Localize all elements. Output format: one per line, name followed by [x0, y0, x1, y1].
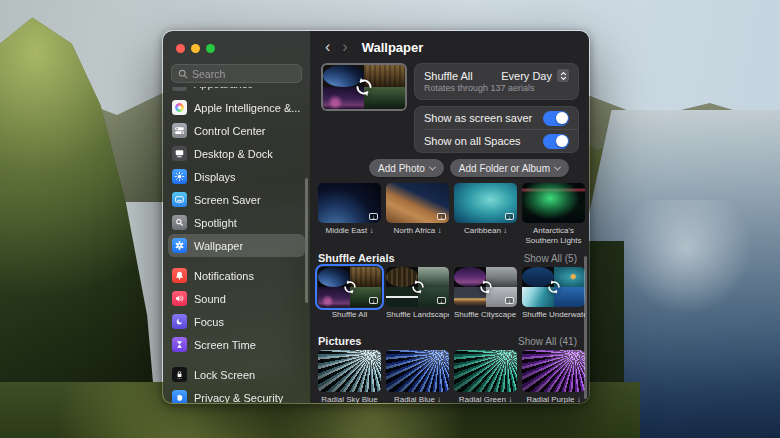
- screen-saver-label: Show as screen saver: [424, 112, 532, 124]
- sidebar-item-desktop-dock[interactable]: Desktop & Dock: [168, 142, 305, 165]
- sidebar-item-label: Appearance: [194, 87, 253, 90]
- sidebar-item-focus[interactable]: Focus: [168, 310, 305, 333]
- section-title: Pictures: [318, 335, 361, 347]
- shuffle-aerials-labels: Shuffle All Shuffle Landscape Shuffle Ci…: [318, 310, 589, 320]
- chevron-down-icon: [429, 163, 436, 170]
- shuffle-title: Shuffle All: [424, 70, 473, 82]
- sidebar-item-apple-intelligence[interactable]: Apple Intelligence &...: [168, 96, 305, 119]
- add-photo-button[interactable]: Add Photo: [369, 159, 444, 177]
- sidebar-item-wallpaper[interactable]: Wallpaper: [168, 234, 305, 257]
- current-wallpaper-preview[interactable]: [321, 63, 407, 111]
- sidebar-item-appearance[interactable]: Appearance: [168, 87, 305, 96]
- section-title: Shuffle Aerials: [318, 252, 395, 264]
- download-badge-icon: ↓: [505, 213, 514, 220]
- thumb-shuffle-cityscape[interactable]: ↓: [454, 267, 517, 307]
- lock-screen-icon: [172, 367, 187, 382]
- thumb-caribbean[interactable]: ↓: [454, 183, 517, 223]
- all-spaces-toggle[interactable]: [543, 134, 569, 149]
- shuffle-icon: [354, 77, 374, 97]
- screen-time-icon: [172, 337, 187, 352]
- add-actions: Add Photo Add Folder or Album: [311, 153, 589, 177]
- all-spaces-label: Show on all Spaces: [424, 135, 521, 147]
- close-button[interactable]: [176, 44, 185, 53]
- sidebar-item-spotlight[interactable]: Spotlight: [168, 211, 305, 234]
- sidebar-item-label: Sound: [194, 293, 226, 305]
- thumb-radial-purple[interactable]: [522, 350, 585, 392]
- sidebar-item-screen-time[interactable]: Screen Time: [168, 333, 305, 356]
- shuffle-icon: [342, 280, 357, 295]
- wallpaper-water-glint: [616, 200, 756, 320]
- shuffle-frequency-select[interactable]: Every Day: [501, 69, 569, 82]
- download-badge-icon: ↓: [437, 213, 446, 220]
- thumb-radial-green[interactable]: [454, 350, 517, 392]
- thumb-label: Shuffle Underwater ↓: [522, 310, 585, 320]
- shuffle-aerials-header: Shuffle Aerials Show All (5): [311, 251, 589, 265]
- shuffle-subtitle: Rotates through 137 aerials: [424, 83, 569, 93]
- thumb-shuffle-underwater[interactable]: [522, 267, 585, 307]
- sidebar-item-control-center[interactable]: Control Center: [168, 119, 305, 142]
- wallpaper-pane: ‹ › Wallpaper Shuffle All: [311, 31, 589, 403]
- sidebar-item-label: Control Center: [194, 125, 266, 137]
- minimize-button[interactable]: [191, 44, 200, 53]
- thumb-label: Radial Green ↓: [454, 395, 517, 403]
- sidebar-item-label: Lock Screen: [194, 369, 255, 381]
- shuffle-icon: [546, 280, 561, 295]
- sidebar-item-label: Displays: [194, 171, 236, 183]
- thumb-radial-sky-blue[interactable]: [318, 350, 381, 392]
- thumb-north-africa[interactable]: ↓: [386, 183, 449, 223]
- back-button[interactable]: ‹: [325, 39, 330, 55]
- screen-saver-icon: [172, 192, 187, 207]
- screen-saver-toggle[interactable]: [543, 111, 569, 126]
- sidebar-item-label: Focus: [194, 316, 224, 328]
- zoom-button[interactable]: [206, 44, 215, 53]
- notifications-icon: [172, 268, 187, 283]
- thumb-radial-blue[interactable]: [386, 350, 449, 392]
- sidebar-item-sound[interactable]: Sound: [168, 287, 305, 310]
- appearance-icon: [172, 87, 187, 91]
- all-spaces-row: Show on all Spaces: [415, 130, 578, 152]
- content-header: ‹ › Wallpaper: [311, 31, 589, 63]
- thumb-label: Antarctica's Southern Lights: [522, 226, 585, 246]
- window-controls: [163, 44, 310, 53]
- download-badge-icon: ↓: [369, 297, 378, 304]
- thumb-shuffle-all[interactable]: ↓: [318, 267, 381, 307]
- screen-saver-row: Show as screen saver: [415, 107, 578, 129]
- forward-button[interactable]: ›: [342, 39, 347, 55]
- sidebar-item-label: Wallpaper: [194, 240, 243, 252]
- sidebar-item-privacy-security[interactable]: Privacy & Security: [168, 386, 305, 404]
- shuffle-settings-card: Shuffle All Every Day Rotates through 13…: [414, 63, 579, 100]
- thumb-label: North Africa ↓: [386, 226, 449, 246]
- sidebar-item-label: Notifications: [194, 270, 254, 282]
- system-settings-window: Search Appearance Apple Intelligence &..…: [162, 30, 590, 404]
- content-scrollbar[interactable]: [584, 256, 587, 399]
- sidebar-scrollbar[interactable]: [305, 178, 308, 303]
- stepper-icon: [557, 69, 569, 82]
- control-center-icon: [172, 123, 187, 138]
- sidebar-item-screen-saver[interactable]: Screen Saver: [168, 188, 305, 211]
- sidebar-list: Appearance Apple Intelligence &... Contr…: [163, 87, 310, 404]
- aerials-labels: Middle East ↓ North Africa ↓ Caribbean ↓…: [318, 226, 589, 246]
- sidebar: Search Appearance Apple Intelligence &..…: [163, 31, 311, 403]
- thumb-antarctica[interactable]: [522, 183, 585, 223]
- sidebar-item-label: Screen Time: [194, 339, 256, 351]
- sidebar-item-notifications[interactable]: Notifications: [168, 264, 305, 287]
- show-all-pictures-link[interactable]: Show All (41): [518, 336, 577, 347]
- show-all-aerials-link[interactable]: Show All (5): [524, 253, 577, 264]
- download-badge-icon: ↓: [369, 213, 378, 220]
- display-options-card: Show as screen saver Show on all Spaces: [414, 106, 579, 153]
- sidebar-item-displays[interactable]: Displays: [168, 165, 305, 188]
- shuffle-icon: [410, 280, 425, 295]
- search-input[interactable]: Search: [171, 64, 302, 83]
- thumb-shuffle-landscape[interactable]: ↓: [386, 267, 449, 307]
- current-wallpaper-section: Shuffle All Every Day Rotates through 13…: [311, 63, 589, 153]
- add-folder-button[interactable]: Add Folder or Album: [450, 159, 569, 177]
- thumb-label: Radial Sky Blue: [318, 395, 381, 403]
- thumb-middle-east[interactable]: ↓: [318, 183, 381, 223]
- sidebar-item-label: Apple Intelligence &...: [194, 102, 300, 114]
- chevron-down-icon: [554, 163, 561, 170]
- apple-intelligence-icon: [172, 100, 187, 115]
- thumb-label: Shuffle Cityscape ↓: [454, 310, 517, 320]
- shuffle-frequency-value: Every Day: [501, 70, 552, 82]
- download-badge-icon: ↓: [437, 297, 446, 304]
- sidebar-item-lock-screen[interactable]: Lock Screen: [168, 363, 305, 386]
